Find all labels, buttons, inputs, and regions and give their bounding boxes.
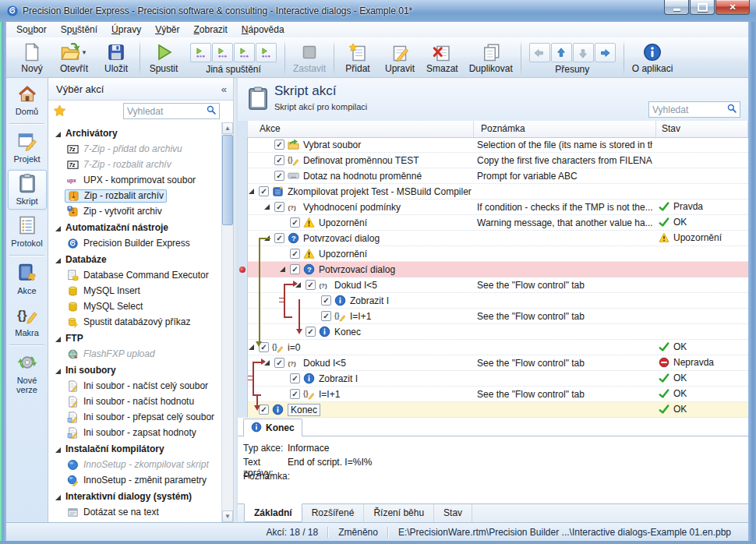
script-row-15[interactable]: ✓(?)Dokud I<5See the "Flow control" tabN… (238, 355, 748, 371)
sidebar-item-projekt[interactable]: Projekt (8, 128, 47, 168)
tab-rozs-i-r-ene-[interactable]: Rozšířené (302, 504, 365, 522)
script-row-1[interactable]: ✓Vybrat souborSelection of the file (its… (238, 137, 748, 153)
duplikovat-button[interactable]: Duplikovat (464, 39, 518, 77)
tree-item[interactable]: FlashFXP upload (48, 346, 221, 362)
expander-icon[interactable] (249, 189, 254, 194)
expander-icon[interactable] (55, 369, 61, 374)
row-checkbox[interactable]: ✓ (290, 389, 300, 399)
sidebar-item-makra[interactable]: {}Makra (8, 302, 47, 341)
selected-tree-item[interactable]: zipZip - rozbalit archív (65, 189, 167, 203)
zastavit-button[interactable]: Zastavit (288, 39, 331, 77)
scroll-up-button[interactable]: ▲ (222, 122, 233, 134)
tree-item[interactable]: InnoSetup - zkompilovat skript (48, 457, 221, 472)
tree-item[interactable]: Dotázat se na text (48, 504, 221, 520)
expander-icon[interactable] (55, 258, 61, 263)
row-gutter[interactable] (238, 277, 248, 293)
expander-icon[interactable] (55, 226, 61, 231)
menu-vyber[interactable]: Výběr (148, 23, 186, 37)
favorites-star-icon[interactable] (53, 104, 66, 120)
run-other-button-3[interactable] (234, 43, 255, 62)
expander-icon[interactable] (249, 344, 254, 350)
jina-spus-te-ni--button[interactable]: Jiná spuštění (185, 39, 282, 77)
script-row-11[interactable]: ✓Zobrazit I (238, 293, 748, 309)
row-checkbox[interactable]: ✓ (321, 295, 331, 306)
tree-category[interactable]: Archivátory (48, 125, 221, 141)
expander-icon[interactable] (55, 495, 61, 500)
script-row-2[interactable]: ✓{}Definovat proměnnou TESTCopy the firs… (238, 153, 748, 168)
row-gutter[interactable] (238, 355, 248, 371)
tab-stav[interactable]: Stav (434, 504, 472, 522)
tree-item[interactable]: Zip - vytvořit archiv (48, 203, 221, 219)
script-row-3[interactable]: ✓Dotaz na hodnotu proměnnéPrompt for var… (238, 168, 748, 184)
row-checkbox[interactable]: ✓ (274, 140, 284, 150)
spustit-button[interactable]: Spustit (143, 39, 185, 77)
expander-icon[interactable] (55, 447, 61, 453)
column-header-0[interactable]: Akce (248, 121, 474, 137)
tree-item[interactable]: Precision Builder Express (48, 235, 221, 251)
collapse-panel-button[interactable]: « (221, 84, 227, 94)
script-row-6[interactable]: ✓UpozorněníWarning message, that another… (238, 215, 748, 231)
menu-soubor[interactable]: Soubor (9, 23, 54, 37)
tree-category[interactable]: Databáze (48, 251, 221, 267)
search-icon[interactable] (206, 104, 217, 118)
tree-item[interactable]: Ini soubor - načíst hodnotu (48, 394, 221, 409)
sidebar-item-domu-[interactable]: Domů (8, 80, 47, 120)
tree-category[interactable]: Instalační kompilátory (48, 440, 221, 457)
search-icon[interactable] (726, 103, 737, 116)
row-checkbox[interactable]: ✓ (321, 311, 331, 321)
row-checkbox[interactable]: ✓ (259, 186, 269, 196)
novy--button[interactable]: Nový (11, 39, 53, 77)
row-gutter[interactable] (238, 340, 248, 355)
tree-item[interactable]: 7z7-Zip - rozbalit archív (48, 157, 221, 172)
tree-item[interactable]: MySQL Insert (48, 283, 221, 298)
tree-item[interactable]: Database Command Executor (48, 267, 221, 283)
tree-category[interactable]: Automatizační nástroje (48, 219, 221, 235)
tree-item[interactable]: 7z7-Zip - přidat do archivu (48, 141, 221, 157)
close-button[interactable]: ✕ (715, 0, 750, 15)
row-gutter[interactable] (238, 137, 248, 153)
row-gutter[interactable] (238, 231, 248, 246)
row-checkbox[interactable]: ✓ (274, 202, 284, 212)
detail-tab[interactable]: Konec (243, 419, 302, 436)
tree-item[interactable]: InnoSetup - změnit parametry (48, 472, 221, 488)
row-gutter[interactable] (238, 200, 248, 215)
sidebar-item-protokol[interactable]: Protokol (8, 212, 47, 252)
run-other-button-2[interactable] (212, 43, 233, 62)
menu-napoveda[interactable]: Nápověda (235, 23, 291, 37)
scrollbar-thumb[interactable] (222, 135, 233, 225)
row-gutter[interactable] (238, 168, 248, 184)
column-header-1[interactable]: Poznámka (474, 121, 656, 137)
script-row-13[interactable]: ✓Konec (238, 324, 748, 340)
row-gutter[interactable] (238, 215, 248, 231)
titlebar[interactable]: Precision Builder Express - Precision so… (0, 0, 756, 23)
sidebar-item-nove-verze[interactable]: Nové verze (8, 349, 47, 398)
expander-icon[interactable] (55, 132, 61, 137)
move-right-button[interactable] (595, 43, 616, 62)
dropdown-arrow-icon[interactable]: ▼ (81, 49, 87, 56)
tree-category[interactable]: FTP (48, 330, 221, 346)
move-down-button[interactable] (573, 43, 594, 62)
row-checkbox[interactable]: ✓ (274, 233, 284, 243)
script-row-18[interactable]: ✓KonecOK (238, 402, 748, 418)
actions-search-input[interactable] (124, 106, 206, 117)
script-row-4[interactable]: ✓Zkompilovat projekt Test - MSBuild Comp… (238, 184, 748, 200)
menu-upravy[interactable]: Úpravy (104, 23, 148, 37)
uloz-it-button[interactable]: Uložit (95, 39, 137, 77)
row-gutter[interactable] (238, 293, 248, 309)
tab-r-i-zeni-be-hu[interactable]: Řízení běhu (364, 504, 434, 522)
script-row-12[interactable]: ✓{}I=I+1See the "Flow control" tab (238, 309, 748, 324)
tab-za-kladni-[interactable]: Základní (244, 503, 302, 522)
tree-category[interactable]: Interaktivní dialogy (systém) (48, 488, 221, 504)
row-checkbox[interactable]: ✓ (274, 155, 284, 165)
tree-item[interactable]: Ini soubor - načíst celý soubor (48, 378, 221, 394)
o-aplikaci-button[interactable]: O aplikaci (627, 39, 679, 77)
minimize-button[interactable] (664, 0, 689, 15)
row-gutter[interactable] (238, 153, 248, 168)
upravit-button[interactable]: Upravit (379, 39, 421, 77)
row-gutter[interactable] (238, 324, 248, 340)
expander-icon[interactable] (55, 337, 61, 342)
script-row-14[interactable]: ✓{}i=0OK (238, 340, 748, 355)
move-left-button[interactable] (529, 43, 550, 62)
tree-item[interactable]: Ini soubor - zapsat hodnoty (48, 425, 221, 440)
breakpoint-icon[interactable] (239, 267, 246, 273)
